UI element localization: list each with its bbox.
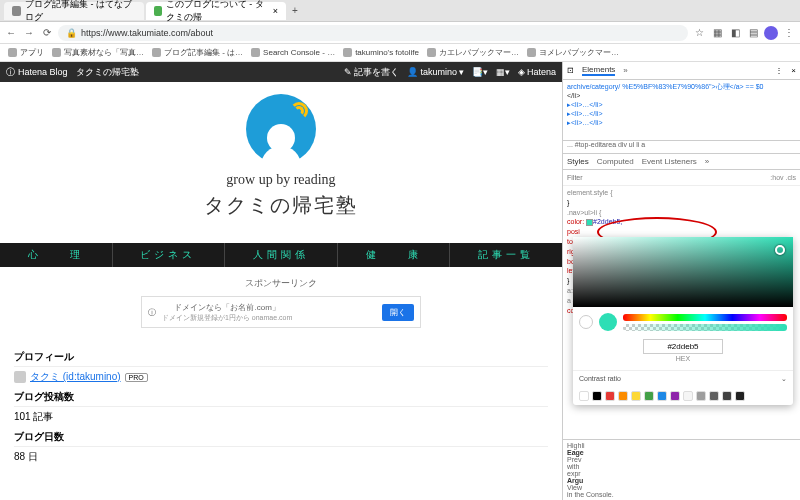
color-field[interactable] [573, 237, 793, 307]
star-icon[interactable]: ☆ [692, 26, 706, 40]
bookmark-item[interactable]: takumino's fotolife [343, 48, 419, 57]
dom-tree[interactable]: archive/category/ %E5%BF%83%E7%90%86">心理… [563, 80, 800, 140]
site-logo [246, 94, 316, 164]
hatena-link[interactable]: ◈Hatena [518, 67, 556, 77]
palette-color[interactable] [709, 391, 719, 401]
blog-name[interactable]: タクミの帰宅塾 [76, 66, 139, 79]
hatena-logo[interactable]: ⓘHatena Blog [6, 66, 68, 79]
ext-icon-3[interactable]: ▤ [746, 26, 760, 40]
tab-elements[interactable]: Elements [582, 65, 615, 76]
filter-input[interactable] [567, 174, 770, 181]
posts-heading: ブログ投稿数 [14, 390, 548, 407]
styles-tabs: Styles Computed Event Listeners » [563, 154, 800, 170]
devtools-panel: ⊡ Elements » ⋮ × archive/category/ %E5%B… [562, 62, 800, 500]
close-icon[interactable]: × [273, 6, 278, 16]
hero: grow up by reading タクミの帰宅塾 [0, 82, 562, 227]
bookmark-item[interactable]: Search Console - … [251, 48, 335, 57]
tab-computed[interactable]: Computed [597, 157, 634, 166]
palette-color[interactable] [605, 391, 615, 401]
hex-input[interactable] [643, 339, 723, 354]
ext-icon-2[interactable]: ◧ [728, 26, 742, 40]
tab-2[interactable]: このブログについて - タクミの帰× [146, 2, 286, 20]
pro-badge: PRO [125, 373, 148, 382]
back-button[interactable]: ← [4, 26, 18, 40]
main-nav: 心 理 ビジネス 人間関係 健 康 記事一覧 [0, 243, 562, 267]
devtools-tabs: ⊡ Elements » ⋮ × [563, 62, 800, 80]
forward-button[interactable]: → [22, 26, 36, 40]
tab-1[interactable]: ブログ記事編集 - はてなブログ [4, 2, 144, 20]
lock-icon: 🔒 [66, 28, 77, 38]
bookmark-item[interactable]: 写真素材なら「写真… [52, 47, 144, 58]
styles-pane[interactable]: element.style { } .nav>ul>li { color: #2… [563, 186, 800, 439]
palette-color[interactable] [696, 391, 706, 401]
bookmark-item[interactable]: カエレバブックマー… [427, 47, 519, 58]
color-palette [573, 387, 793, 405]
sponsor-section: スポンサーリンク ⓘ ドメインなら「お名前.com」 ドメイン新規登録が1円から… [0, 267, 562, 344]
hatena-toolbar: ⓘHatena Blog タクミの帰宅塾 ✎ 記事を書く 👤 takumino … [0, 62, 562, 82]
palette-color[interactable] [579, 391, 589, 401]
ext-icon-1[interactable]: ▦ [710, 26, 724, 40]
ad-open-button[interactable]: 開く [382, 304, 414, 321]
bookmarks-bar: アプリ 写真素材なら「写真… ブログ記事編集 - は… Search Conso… [0, 44, 800, 62]
bookmark-item[interactable]: ヨメレバブックマー… [527, 47, 619, 58]
palette-color[interactable] [683, 391, 693, 401]
reload-button[interactable]: ⟳ [40, 26, 54, 40]
new-tab-button[interactable]: + [288, 5, 302, 16]
devtools-menu[interactable]: ⋮ [775, 66, 783, 75]
site-title: タクミの帰宅塾 [0, 192, 562, 219]
inspect-icon[interactable]: ⊡ [567, 66, 574, 75]
nav-relationships[interactable]: 人間関係 [225, 243, 338, 267]
bookmark-icon[interactable]: 📑▾ [472, 67, 488, 77]
user-menu[interactable]: 👤 takumino ▾ [407, 67, 464, 77]
tab-more[interactable]: » [623, 66, 627, 75]
url-input[interactable]: 🔒 https://www.takumiate.com/about [58, 25, 688, 41]
ad-info-icon[interactable]: ⓘ [148, 307, 156, 318]
alpha-slider[interactable] [623, 324, 787, 331]
eyedropper-icon[interactable] [579, 315, 593, 329]
current-color-swatch [599, 313, 617, 331]
sponsor-label: スポンサーリンク [0, 277, 562, 290]
palette-color[interactable] [618, 391, 628, 401]
hov-toggle[interactable]: :hov .cls [770, 174, 796, 181]
nav-business[interactable]: ビジネス [113, 243, 226, 267]
profile-section: プロフィール タクミ (id:takumino) PRO ブログ投稿数 101 … [0, 344, 562, 470]
devtools-sidebar-info: Highli Eage Prev with expr Argu View in … [563, 439, 800, 500]
menu-icon[interactable]: ⋮ [782, 26, 796, 40]
apps-icon[interactable]: ▦▾ [496, 67, 510, 77]
profile-heading: プロフィール [14, 350, 548, 367]
breadcrumb[interactable]: ... #top-editarea div ul li a [563, 140, 800, 154]
tagline: grow up by reading [0, 172, 562, 188]
browser-tabs: ブログ記事編集 - はてなブログ このブログについて - タクミの帰× + [0, 0, 800, 22]
palette-color[interactable] [592, 391, 602, 401]
page-content: ⓘHatena Blog タクミの帰宅塾 ✎ 記事を書く 👤 takumino … [0, 62, 562, 500]
tab-styles[interactable]: Styles [567, 157, 589, 166]
nav-articles[interactable]: 記事一覧 [450, 243, 562, 267]
tab-more-styles[interactable]: » [705, 157, 709, 166]
palette-color[interactable] [657, 391, 667, 401]
palette-color[interactable] [644, 391, 654, 401]
hex-label: HEX [579, 354, 787, 364]
tab-events[interactable]: Event Listeners [642, 157, 697, 166]
profile-icon [14, 371, 26, 383]
nav-psychology[interactable]: 心 理 [0, 243, 113, 267]
nav-health[interactable]: 健 康 [338, 243, 451, 267]
write-post-button[interactable]: ✎ 記事を書く [344, 66, 399, 79]
filter-bar: :hov .cls [563, 170, 800, 186]
color-picker[interactable]: HEX Contrast ratio⌄ [573, 237, 793, 405]
palette-color[interactable] [670, 391, 680, 401]
devtools-close[interactable]: × [791, 66, 796, 75]
days-count: 88 日 [14, 450, 548, 464]
hue-slider[interactable] [623, 314, 787, 321]
palette-color[interactable] [722, 391, 732, 401]
days-heading: ブログ日数 [14, 430, 548, 447]
palette-color[interactable] [735, 391, 745, 401]
ad-banner[interactable]: ⓘ ドメインなら「お名前.com」 ドメイン新規登録が1円から onamae.c… [141, 296, 421, 328]
address-bar: ← → ⟳ 🔒 https://www.takumiate.com/about … [0, 22, 800, 44]
profile-avatar[interactable] [764, 26, 778, 40]
bookmark-item[interactable]: ブログ記事編集 - は… [152, 47, 243, 58]
palette-color[interactable] [631, 391, 641, 401]
profile-link[interactable]: タクミ (id:takumino) [30, 370, 121, 384]
contrast-row[interactable]: Contrast ratio⌄ [573, 370, 793, 387]
posts-count: 101 記事 [14, 410, 548, 424]
apps-button[interactable]: アプリ [8, 47, 44, 58]
